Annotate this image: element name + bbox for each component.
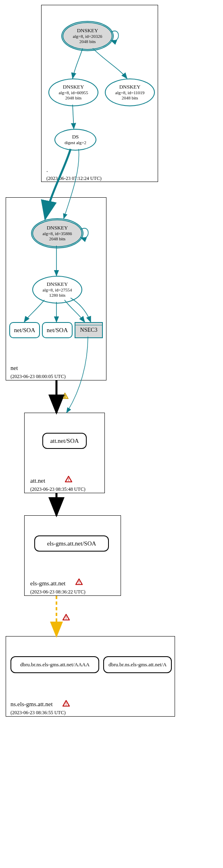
node-line: 2048 bits (122, 95, 138, 101)
att-soa: att.net/SOA (42, 433, 87, 449)
dnskey-net-zsk: DNSKEY alg=8, id=27554 1280 bits (32, 276, 82, 304)
node-line: DNSKEY (47, 281, 68, 287)
node-line: DNSKEY (77, 28, 98, 34)
zone-els-name: els-gms.att.net (30, 580, 65, 587)
nsec3: NSEC3 (75, 322, 103, 338)
svg-text:!: ! (65, 702, 67, 706)
node-line: 1280 bits (49, 293, 66, 298)
node-line: digest alg=2 (65, 140, 86, 145)
node-line: alg=8, id=35886 (43, 231, 72, 236)
zone-att-label: att.net (2023-06-23 08:35:48 UTC) (30, 477, 85, 493)
node-line: 2048 bits (65, 95, 82, 101)
dnskey-root-ksk: DNSKEY alg=8, id=20326 2048 bits (63, 22, 113, 50)
zone-net-ts: (2023-06-23 08:00:05 UTC) (10, 374, 66, 379)
node-label: dbru.br.ns.els-gms.att.net/AAAA (20, 661, 90, 668)
svg-text:!: ! (64, 394, 65, 399)
zone-net-name: net (10, 365, 18, 371)
zone-root-ts: (2023-06-23 07:12:24 UTC) (46, 176, 102, 181)
zone-ns-label: ns.els-gms.att.net (2023-06-23 08:36:55 … (10, 701, 66, 716)
svg-text:!: ! (68, 477, 69, 482)
ds-root: DS digest alg=2 (54, 129, 96, 151)
a-rr: dbru.br.ns.els-gms.att.net/A (103, 656, 172, 673)
node-label: att.net/SOA (50, 438, 79, 444)
zone-att-name: att.net (30, 477, 45, 484)
svg-text:!: ! (78, 580, 79, 585)
node-label: net/SOA (14, 327, 35, 334)
node-line: DNSKEY (63, 84, 84, 90)
dnskey-root-alt: DNSKEY alg=8, id=11019 2048 bits (105, 79, 155, 106)
node-line: alg=8, id=27554 (43, 287, 72, 293)
zone-els-ts: (2023-06-23 08:36:22 UTC) (30, 589, 85, 595)
node-line: alg=8, id=11019 (115, 90, 145, 95)
aaaa-rr: dbru.br.ns.els-gms.att.net/AAAA (10, 656, 99, 673)
node-label: net/SOA (47, 327, 68, 334)
node-line: 2048 bits (79, 39, 96, 44)
net-soa-2: net/SOA (42, 322, 73, 338)
node-line: DS (72, 134, 79, 140)
node-label: NSEC3 (80, 327, 98, 333)
zone-att-ts: (2023-06-23 08:35:48 UTC) (30, 486, 85, 492)
node-label: dbru.br.ns.els-gms.att.net/A (108, 661, 167, 668)
svg-text:!: ! (65, 616, 67, 620)
error-icon: ! (63, 614, 70, 620)
zone-ns-ts: (2023-06-23 08:36:55 UTC) (10, 710, 66, 715)
net-soa-1: net/SOA (9, 322, 40, 338)
zone-root-label: . (2023-06-23 07:12:24 UTC) (46, 166, 102, 182)
zone-ns-name: ns.els-gms.att.net (10, 701, 53, 707)
els-soa: els-gms.att.net/SOA (34, 535, 109, 552)
node-line: alg=8, id=20326 (73, 34, 102, 39)
node-label: els-gms.att.net/SOA (47, 540, 96, 547)
error-icon: ! (63, 700, 70, 707)
zone-root-name: . (46, 167, 48, 173)
warning-icon: ! (61, 393, 69, 399)
dnskey-net-ksk: DNSKEY alg=8, id=35886 2048 bits (32, 219, 82, 247)
node-line: DNSKEY (47, 225, 68, 231)
node-line: alg=8, id=60955 (59, 90, 88, 95)
dnskey-root-zsk: DNSKEY alg=8, id=60955 2048 bits (48, 79, 98, 106)
node-line: 2048 bits (49, 236, 66, 242)
node-line: DNSKEY (119, 84, 141, 90)
error-icon: ! (75, 579, 83, 585)
error-icon: ! (65, 476, 72, 482)
zone-net-label: net (2023-06-23 08:00:05 UTC) (10, 364, 66, 380)
